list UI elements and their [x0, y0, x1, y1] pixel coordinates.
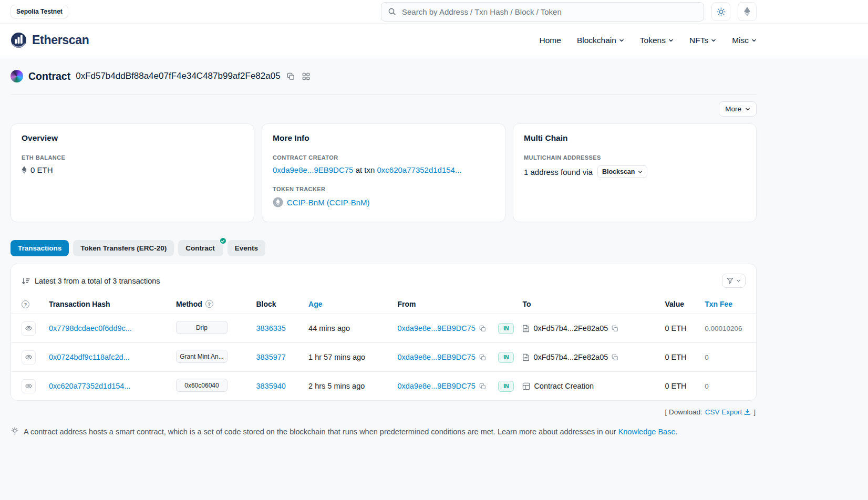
site-header: Sepolia Testnet [0, 0, 868, 57]
to-address: 0xFd57b4...2Fe82a05 [533, 324, 608, 332]
title-divider [11, 94, 757, 95]
nav-item-tokens[interactable]: Tokens [640, 36, 674, 45]
tab-token-transfers[interactable]: Token Transfers (ERC-20) [73, 240, 174, 256]
contract-address: 0xFd57b4ddBf88a4e07fF4e34C487b99af2Fe82a… [76, 71, 280, 81]
sun-icon [717, 7, 726, 16]
token-tracker-link[interactable]: CCIP-BnM (CCIP-BnM) [287, 198, 370, 207]
knowledge-base-link[interactable]: Knowledge Base [618, 428, 676, 436]
nav-item-misc[interactable]: Misc [732, 36, 757, 45]
etherscan-logo[interactable]: Etherscan [11, 32, 89, 48]
preview-txn-button[interactable] [22, 379, 36, 393]
method-chip[interactable]: Grant Mint An... [176, 350, 228, 363]
table-row: 0x0724bdf9c118afc2d... Grant Mint An... … [11, 343, 756, 372]
copy-icon [479, 354, 486, 361]
help-icon[interactable]: ? [205, 300, 213, 308]
funnel-icon [727, 277, 733, 284]
txn-hash-link[interactable]: 0x0724bdf9c118afc2d... [49, 353, 130, 361]
download-suffix: ] [753, 408, 756, 416]
method-chip[interactable]: 0x60c06040 [176, 379, 228, 392]
token-logo-icon [273, 197, 283, 207]
provider-label: Blockscan [602, 168, 635, 175]
network-switch-button[interactable] [738, 2, 757, 21]
column-header-txn-fee[interactable]: Txn Fee [700, 294, 756, 314]
nav-item-blockchain[interactable]: Blockchain [577, 36, 624, 45]
method-chip[interactable]: Drip [176, 321, 228, 334]
block-link[interactable]: 3835977 [256, 353, 285, 361]
creator-address-link[interactable]: 0xda9e8e...9EB9DC75 [273, 165, 353, 174]
qr-code-button[interactable] [301, 71, 311, 81]
nav-item-nfts[interactable]: NFTs [689, 36, 716, 45]
overview-card: Overview ETH BALANCE 0 ETH [11, 123, 254, 222]
multichain-card: Multi Chain MULTICHAIN ADDRESSES 1 addre… [513, 123, 757, 222]
download-prefix: [ Download: [665, 408, 702, 416]
eye-icon [25, 353, 32, 361]
blockscan-dropdown-button[interactable]: Blockscan [597, 165, 648, 178]
age-value: 1 hr 57 mins ago [308, 353, 365, 361]
contract-file-icon [522, 353, 530, 361]
to-address: 0xFd57b4...2Fe82a05 [533, 353, 608, 361]
content-tabs: Transactions Token Transfers (ERC-20) Co… [11, 240, 757, 256]
method-header-label: Method [176, 300, 202, 308]
address-avatar [11, 70, 23, 82]
table-row: 0x7798dcdaec0f6dd9c... Drip 3836335 44 m… [11, 314, 756, 343]
column-header-transaction-hash: Transaction Hash [45, 294, 172, 314]
etherscan-logo-icon [11, 32, 27, 48]
chevron-down-icon [711, 38, 716, 43]
txn-value: 0 ETH [665, 324, 686, 332]
from-address-link[interactable]: 0xda9e8e...9EB9DC75 [397, 324, 475, 332]
transactions-summary: Latest 3 from a total of 3 transactions [35, 277, 160, 285]
chevron-down-icon [668, 38, 674, 43]
lightbulb-icon [11, 427, 19, 438]
creation-txn-link[interactable]: 0xc620a77352d1d154... [377, 165, 461, 174]
copy-to-address-button[interactable] [612, 325, 618, 332]
to-contract-creation: Contract Creation [534, 382, 594, 390]
verified-check-badge [219, 237, 227, 245]
filter-button[interactable] [722, 274, 746, 288]
from-address-link[interactable]: 0xda9e8e...9EB9DC75 [397, 353, 475, 361]
column-header-from: From [393, 294, 494, 314]
chevron-down-icon [751, 38, 757, 43]
tab-contract[interactable]: Contract [178, 240, 223, 256]
block-link[interactable]: 3835940 [256, 382, 285, 390]
contract-creation-icon [522, 382, 530, 390]
copy-to-address-button[interactable] [612, 354, 618, 361]
nav-label: NFTs [689, 36, 708, 45]
more-dropdown-button[interactable]: More [719, 101, 757, 117]
eye-icon [25, 382, 32, 390]
network-badge[interactable]: Sepolia Testnet [11, 5, 68, 18]
txn-hash-link[interactable]: 0xc620a77352d1d154... [49, 382, 131, 390]
block-link[interactable]: 3836335 [256, 324, 285, 332]
column-header-block: Block [252, 294, 304, 314]
search-icon [388, 7, 396, 16]
transactions-panel: Latest 3 from a total of 3 transactions … [11, 264, 757, 401]
copy-from-address-button[interactable] [479, 383, 486, 390]
tab-label: Contract [185, 244, 215, 252]
column-header-age[interactable]: Age [304, 294, 393, 314]
txn-hash-link[interactable]: 0x7798dcdaec0f6dd9c... [49, 324, 132, 332]
copy-icon [612, 354, 618, 361]
copy-from-address-button[interactable] [479, 325, 486, 332]
direction-badge: IN [498, 381, 514, 392]
help-icon[interactable]: ? [22, 300, 29, 308]
txn-fee: 0 [705, 353, 709, 361]
search-box[interactable] [381, 2, 704, 22]
search-input[interactable] [401, 7, 697, 17]
theme-toggle-button[interactable] [711, 2, 730, 21]
tab-transactions[interactable]: Transactions [11, 240, 69, 256]
table-row: 0xc620a77352d1d154... 0x60c06040 3835940… [11, 372, 756, 401]
tab-events[interactable]: Events [228, 240, 265, 256]
copy-icon [612, 325, 618, 332]
preview-txn-button[interactable] [22, 350, 36, 364]
token-tracker-label: TOKEN TRACKER [273, 186, 494, 192]
nav-item-home[interactable]: Home [540, 36, 561, 45]
chevron-down-icon [736, 278, 741, 283]
column-header-value: Value [660, 294, 700, 314]
nav-label: Blockchain [577, 36, 616, 45]
copy-from-address-button[interactable] [479, 354, 486, 361]
copy-address-button[interactable] [286, 71, 296, 81]
csv-export-link[interactable]: CSV Export [705, 408, 751, 416]
chevron-down-icon [619, 38, 624, 43]
from-address-link[interactable]: 0xda9e8e...9EB9DC75 [397, 382, 475, 390]
direction-badge: IN [498, 323, 514, 334]
preview-txn-button[interactable] [22, 321, 36, 336]
